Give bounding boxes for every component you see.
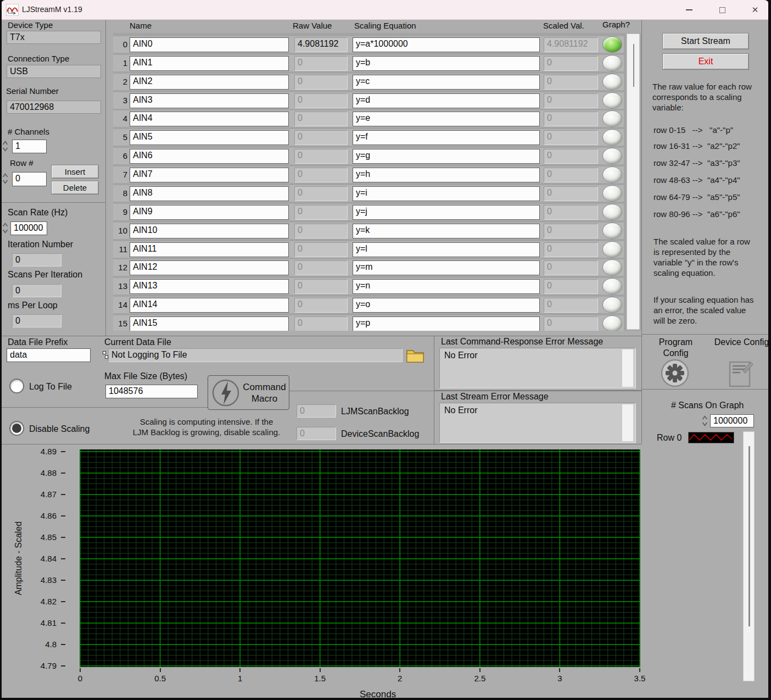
disable-scaling-radio[interactable] — [9, 421, 24, 436]
row-name-input[interactable]: AIN5 — [130, 130, 289, 145]
row-name-input[interactable]: AIN8 — [130, 186, 289, 201]
row-name-input[interactable]: AIN7 — [130, 168, 289, 182]
row-graph-led[interactable] — [602, 148, 622, 164]
row-number-label: Row # — [10, 158, 33, 168]
row-graph-led[interactable] — [602, 92, 622, 109]
max-file-size-label: Max File Size (Bytes) — [104, 371, 187, 381]
data-file-prefix-input[interactable]: data — [7, 348, 91, 362]
scan-rate-input[interactable]: 100000 — [10, 221, 47, 235]
row-scaling-equation-input[interactable]: y=a*1000000 — [353, 37, 540, 52]
row-scaling-equation-input[interactable]: y=c — [353, 75, 540, 90]
scans-on-graph-spinner[interactable] — [701, 414, 708, 427]
row-name-input[interactable]: AIN11 — [130, 242, 289, 257]
y-tick-mark — [61, 494, 65, 495]
row-name-input[interactable]: AIN1 — [130, 56, 289, 71]
row-scaling-equation-input[interactable]: y=b — [353, 56, 540, 71]
table-scrollbar-thumb[interactable] — [633, 44, 634, 87]
row-raw-value: 0 — [294, 316, 348, 331]
row-scaling-equation-input[interactable]: y=o — [353, 298, 540, 313]
row-name-input[interactable]: AIN2 — [130, 75, 289, 90]
row-scaled-value: 0 — [544, 260, 598, 275]
stream-error-scrollbar[interactable] — [622, 404, 633, 441]
row-scaling-equation-input[interactable]: y=d — [353, 93, 540, 108]
row-name-input[interactable]: AIN14 — [130, 298, 289, 313]
cr-error-scrollbar[interactable] — [622, 349, 633, 387]
max-file-size-input[interactable]: 1048576 — [105, 385, 198, 398]
maximize-button[interactable] — [709, 0, 735, 20]
exit-button[interactable]: Exit — [662, 53, 749, 70]
row-graph-led[interactable] — [602, 36, 622, 53]
row-raw-value: 0 — [294, 279, 348, 294]
row-name-input[interactable]: AIN13 — [130, 279, 289, 294]
graph-scrollbar-thumb[interactable] — [748, 446, 750, 626]
divider-config-bottom — [641, 389, 768, 390]
y-tick-label: 4.83 — [23, 575, 57, 585]
close-button[interactable]: ✕ — [742, 0, 768, 20]
row-graph-led[interactable] — [602, 74, 622, 90]
row-graph-led[interactable] — [602, 110, 622, 127]
row-index: 9 — [113, 207, 127, 216]
row-index: 5 — [113, 132, 127, 142]
channels-spinner[interactable] — [2, 140, 9, 153]
device-type-value: T7x — [7, 31, 101, 44]
graph-scrollbar[interactable] — [743, 431, 755, 681]
row-graph-led[interactable] — [602, 185, 622, 202]
row-name-input[interactable]: AIN4 — [130, 112, 289, 126]
row-name-input[interactable]: AIN12 — [130, 260, 289, 275]
divider-backlog — [289, 391, 641, 391]
row-scaling-equation-input[interactable]: y=h — [353, 168, 540, 182]
row-graph-led[interactable] — [602, 166, 622, 183]
row-name-input[interactable]: AIN3 — [130, 93, 289, 108]
row-name-input[interactable]: AIN0 — [130, 37, 289, 52]
row-graph-led[interactable] — [602, 315, 622, 331]
row-scaling-equation-input[interactable]: y=m — [353, 260, 540, 275]
row-scaling-equation-input[interactable]: y=k — [353, 224, 540, 238]
log-to-file-radio[interactable] — [9, 379, 24, 393]
plot-legend-swatch[interactable] — [688, 432, 734, 443]
divider-mid-top — [2, 336, 641, 336]
row-scaling-equation-input[interactable]: y=f — [353, 130, 540, 145]
delete-button[interactable]: Delete — [51, 181, 99, 195]
row-scaling-equation-input[interactable]: y=i — [353, 186, 540, 201]
scan-rate-spinner[interactable] — [2, 221, 9, 235]
row-index: 3 — [113, 96, 127, 105]
raw-value-note: The raw value for each row corresponds t… — [652, 81, 759, 113]
y-tick-mark — [61, 601, 65, 602]
row-map-line: row 32-47 --> "a3"-"p3" — [653, 158, 740, 168]
row-graph-led[interactable] — [602, 223, 622, 239]
minimize-button[interactable] — [677, 0, 702, 20]
table-scrollbar[interactable] — [627, 34, 640, 330]
program-config-button[interactable] — [661, 359, 689, 387]
start-stream-button[interactable]: Start Stream — [662, 33, 749, 49]
row-scaling-equation-input[interactable]: y=g — [353, 149, 540, 164]
scan-rate-label: Scan Rate (Hz) — [8, 208, 68, 218]
row-graph-led[interactable] — [602, 297, 622, 313]
scans-on-graph-input[interactable]: 1000000 — [710, 414, 754, 427]
row-scaling-equation-input[interactable]: y=n — [353, 279, 540, 294]
row-graph-led[interactable] — [602, 241, 622, 258]
row-scaling-equation-input[interactable]: y=l — [353, 242, 540, 257]
row-name-input[interactable]: AIN10 — [130, 224, 289, 238]
row-scaling-equation-input[interactable]: y=e — [353, 112, 540, 126]
cr-error-text: No Error — [444, 351, 477, 360]
device-config-button[interactable] — [728, 359, 754, 387]
insert-button[interactable]: Insert — [51, 165, 99, 179]
row-name-input[interactable]: AIN15 — [130, 316, 289, 331]
row-number-spinner[interactable] — [2, 172, 9, 186]
row-index: 11 — [113, 245, 127, 254]
row-name-input[interactable]: AIN6 — [130, 149, 289, 164]
row-graph-led[interactable] — [602, 278, 622, 295]
legend-row-label: Row 0 — [657, 433, 681, 443]
row-graph-led[interactable] — [602, 259, 622, 276]
channels-input[interactable]: 1 — [12, 140, 47, 153]
browse-folder-button[interactable] — [405, 347, 425, 364]
row-graph-led[interactable] — [602, 55, 622, 71]
row-graph-led[interactable] — [602, 204, 622, 220]
row-scaling-equation-input[interactable]: y=j — [353, 205, 540, 220]
row-name-input[interactable]: AIN9 — [130, 205, 289, 220]
row-number-input[interactable]: 0 — [12, 172, 47, 186]
connection-type-label: Connection Type — [8, 54, 69, 63]
command-macro-button[interactable]: Command Macro — [208, 375, 289, 410]
row-graph-led[interactable] — [602, 129, 622, 146]
row-scaling-equation-input[interactable]: y=p — [353, 316, 540, 331]
